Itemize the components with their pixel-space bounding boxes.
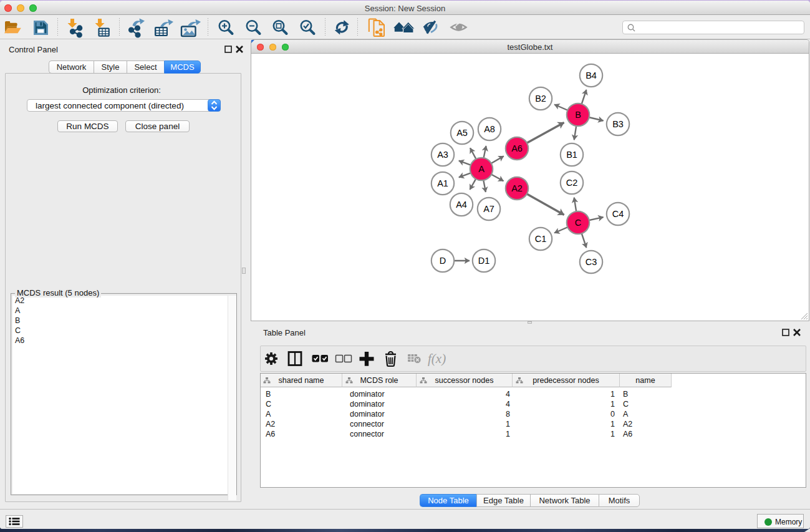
svg-text:f(x): f(x) bbox=[428, 351, 446, 366]
svg-text:C3: C3 bbox=[586, 257, 597, 267]
svg-text:A5: A5 bbox=[456, 128, 468, 138]
svg-text:B4: B4 bbox=[586, 70, 597, 80]
svg-text:A4: A4 bbox=[456, 200, 467, 210]
svg-text:A: A bbox=[478, 164, 485, 174]
svg-text:A3: A3 bbox=[437, 150, 448, 160]
svg-text:A6: A6 bbox=[511, 143, 523, 153]
svg-text:B: B bbox=[575, 110, 581, 120]
svg-text:B3: B3 bbox=[612, 119, 624, 129]
svg-text:A8: A8 bbox=[484, 124, 495, 134]
svg-text:B2: B2 bbox=[535, 94, 546, 104]
svg-text:A2: A2 bbox=[511, 183, 523, 193]
svg-text:C2: C2 bbox=[566, 178, 578, 188]
svg-text:D1: D1 bbox=[478, 256, 490, 266]
svg-text:B1: B1 bbox=[566, 150, 577, 160]
svg-text:C1: C1 bbox=[535, 234, 547, 244]
svg-text:D: D bbox=[440, 256, 446, 266]
svg-text:C4: C4 bbox=[612, 209, 624, 219]
svg-text:C: C bbox=[575, 218, 581, 228]
svg-text:A7: A7 bbox=[483, 204, 494, 214]
svg-text:A1: A1 bbox=[437, 178, 448, 188]
